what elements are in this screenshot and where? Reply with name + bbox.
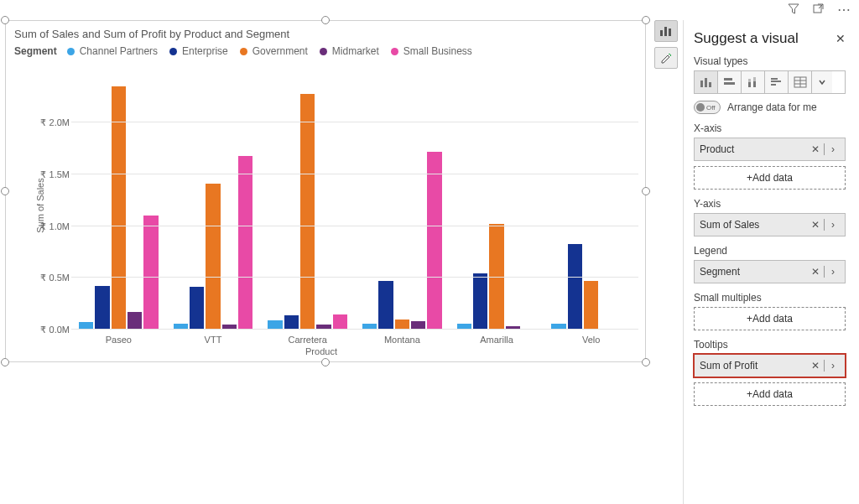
bar[interactable] (333, 314, 347, 330)
legend-swatch[interactable] (240, 48, 247, 55)
build-visual-tab[interactable] (654, 20, 678, 42)
bar-group: Carretera (260, 81, 355, 330)
add-data-x-axis[interactable]: +Add data (694, 166, 846, 190)
legend-swatch[interactable] (320, 48, 327, 55)
field-name: Sum of Sales (700, 219, 809, 231)
svg-rect-3 (669, 29, 671, 36)
format-visual-tab[interactable] (654, 47, 678, 69)
svg-rect-6 (709, 82, 711, 87)
plot-area: Sum of Sales PaseoVTTCarreteraMontanaAma… (29, 81, 638, 330)
chart-legend: Segment Channel PartnersEnterpriseGovern… (6, 44, 645, 60)
visual-type-clustered-column[interactable] (695, 71, 718, 93)
legend-item-label[interactable]: Enterprise (182, 45, 228, 57)
bar[interactable] (568, 244, 582, 330)
legend-item-label[interactable]: Midmarket (332, 45, 379, 57)
legend-swatch[interactable] (391, 48, 398, 55)
visual-types-picker (694, 70, 846, 94)
bar-group: Velo (544, 81, 638, 330)
bar[interactable] (473, 273, 487, 330)
grid-line (71, 226, 638, 226)
field-name: Segment (700, 266, 809, 278)
field-well-legend[interactable]: Segment ✕ › (694, 260, 846, 283)
visual-type-clustered-bar[interactable] (765, 71, 789, 93)
remove-field-icon[interactable]: ✕ (809, 360, 822, 372)
resize-handle-br[interactable] (642, 358, 650, 366)
bar[interactable] (584, 281, 598, 330)
bar[interactable] (143, 216, 158, 330)
visual-type-table[interactable] (789, 71, 812, 93)
field-name: Product (700, 143, 809, 155)
svg-rect-10 (748, 79, 751, 82)
visual-type-stacked-bar[interactable] (718, 71, 742, 93)
bar[interactable] (190, 287, 204, 330)
x-tick-label: VTT (166, 335, 261, 345)
suggest-visual-panel: Suggest a visual ✕ Visual types Off Arra… (683, 20, 856, 504)
remove-field-icon[interactable]: ✕ (809, 266, 822, 278)
more-options-icon[interactable]: ⋯ (837, 2, 851, 18)
bar[interactable] (128, 312, 142, 330)
legend-swatch[interactable] (67, 48, 75, 55)
legend-item-label[interactable]: Government (252, 45, 308, 57)
y-tick-label: ₹ 1.5M (34, 169, 70, 180)
field-well-tooltips[interactable]: Sum of Profit ✕ › (694, 354, 846, 377)
svg-rect-14 (771, 81, 781, 82)
resize-handle-bottom[interactable] (321, 358, 330, 366)
field-options-icon[interactable]: › (826, 360, 840, 372)
bar[interactable] (378, 281, 393, 330)
legend-title: Segment (14, 45, 57, 57)
visual-type-stacked-column[interactable] (742, 71, 765, 93)
legend-item-label[interactable]: Channel Partners (80, 45, 158, 57)
bar[interactable] (206, 184, 220, 330)
y-tick-label: ₹ 1.0M (34, 221, 70, 231)
legend-label: Legend (694, 245, 846, 257)
bar-group: Montana (355, 81, 450, 330)
x-axis-label: X-axis (694, 122, 846, 134)
bar[interactable] (112, 86, 126, 330)
resize-handle-tl[interactable] (1, 16, 9, 24)
panel-title: Suggest a visual (694, 30, 799, 47)
popout-icon[interactable] (812, 2, 825, 18)
x-tick-label: Velo (544, 335, 638, 345)
field-well-x-axis[interactable]: Product ✕ › (694, 138, 846, 161)
close-icon[interactable]: ✕ (836, 32, 846, 45)
legend-swatch[interactable] (169, 48, 177, 55)
svg-rect-15 (771, 84, 776, 86)
arrange-data-label: Arrange data for me (727, 101, 817, 113)
visual-header-toolbar: ⋯ (787, 2, 851, 18)
field-options-icon[interactable]: › (826, 266, 840, 278)
remove-field-icon[interactable]: ✕ (809, 143, 822, 155)
add-data-small-multiples[interactable]: +Add data (694, 307, 846, 330)
resize-handle-top[interactable] (321, 16, 330, 24)
visual-type-more[interactable] (812, 71, 832, 93)
field-options-icon[interactable]: › (826, 219, 840, 231)
visual-types-label: Visual types (694, 55, 846, 67)
svg-rect-2 (664, 27, 667, 36)
filter-icon[interactable] (787, 2, 800, 18)
grid-line (71, 277, 638, 278)
svg-rect-12 (753, 77, 756, 81)
add-data-tooltips[interactable]: +Add data (694, 382, 846, 406)
bar[interactable] (427, 152, 441, 330)
svg-rect-4 (700, 81, 703, 87)
resize-handle-bl[interactable] (1, 358, 9, 366)
bar[interactable] (95, 286, 109, 330)
svg-rect-13 (771, 78, 778, 80)
grid-line (71, 329, 638, 330)
bar[interactable] (238, 156, 252, 330)
field-well-y-axis[interactable]: Sum of Sales ✕ › (694, 213, 846, 236)
legend-item-label[interactable]: Small Business (403, 45, 472, 57)
arrange-data-toggle[interactable]: Off (694, 101, 721, 114)
y-tick-label: ₹ 0.5M (34, 273, 70, 283)
x-tick-label: Paseo (71, 335, 166, 345)
bar[interactable] (284, 315, 299, 330)
resize-handle-left[interactable] (1, 187, 9, 195)
svg-rect-7 (724, 78, 732, 81)
resize-handle-right[interactable] (642, 187, 650, 195)
visualization-tool-tabs (654, 20, 678, 69)
remove-field-icon[interactable]: ✕ (809, 219, 822, 231)
field-options-icon[interactable]: › (826, 143, 840, 155)
bar[interactable] (300, 94, 315, 330)
resize-handle-tr[interactable] (642, 16, 650, 24)
bar-group: Paseo (71, 81, 166, 330)
chart-visual[interactable]: Sum of Sales and Sum of Profit by Produc… (5, 20, 646, 362)
